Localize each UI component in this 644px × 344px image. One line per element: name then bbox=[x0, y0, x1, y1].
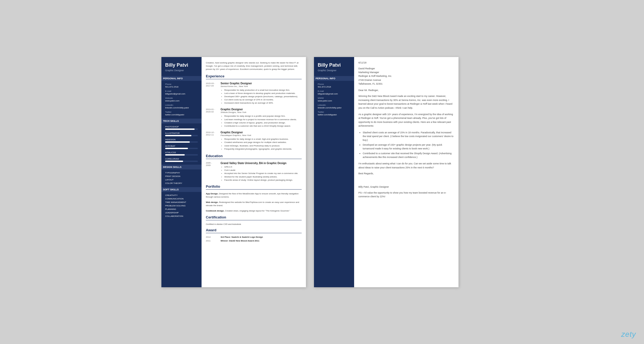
exp-bullet: Responsible for daily production of a sm… bbox=[224, 89, 302, 92]
cl-paragraph-1: Winning the D&D New Blood Award made an … bbox=[358, 94, 454, 110]
cl-closing: Best Regards, bbox=[358, 172, 454, 175]
exp-bullet: Created wireframes and page designs for … bbox=[224, 141, 302, 144]
award-name-1: 3rd Place: Saatchi & Saatchi Logo Design bbox=[221, 236, 263, 238]
cl-sidebar: Billy Patvi Graphic Designer Personal In… bbox=[314, 57, 354, 287]
exp-body-2: Graphic Designer Shibula Designs, New Yo… bbox=[221, 108, 302, 128]
cl-salutation: Dear Mr. Redinger, bbox=[358, 89, 454, 92]
exp-item-1: 2015-03 -2017-04 Senior Graphic Designer… bbox=[206, 82, 302, 105]
skill-htmlcss: HTML/CSS bbox=[165, 151, 198, 156]
skill-acrobat-bg bbox=[165, 148, 198, 149]
experience-section-title: Experience bbox=[206, 74, 302, 79]
skill-illustrator-bg bbox=[165, 135, 198, 136]
soft-skill-planning: PLANNING bbox=[165, 208, 198, 210]
edu-bullet: Cum Laude bbox=[224, 169, 302, 172]
exp-title-3: Graphic Designer bbox=[221, 131, 302, 134]
email-label: E-mail bbox=[165, 90, 198, 92]
page-wrapper: Billy Patvi Graphic Designer Personal In… bbox=[161, 57, 483, 287]
cl-paragraph-2: As a graphic designer with 10+ years of … bbox=[358, 112, 454, 128]
award-item-2: 2011 Winner: D&AD New Blood Award 2011 bbox=[206, 240, 302, 242]
certification-text: Certified in Adobe CS5 and Autodesk bbox=[206, 223, 302, 225]
soft-skill-creativity: CREATIVITY bbox=[165, 194, 198, 196]
soft-skill-problem: PROBLEM SOLVING bbox=[165, 205, 198, 207]
skill-photoshop-bg bbox=[165, 128, 198, 130]
skill-htmlcss-fill bbox=[165, 154, 185, 156]
cl-main: 6/11/18 David Redinger Marketing Manager… bbox=[354, 57, 459, 287]
exp-date-2: 2013-01 -2015-02 bbox=[206, 108, 221, 128]
skill-htmlcss-bg bbox=[165, 154, 198, 156]
soft-skill-communication: COMMUNICATION bbox=[165, 198, 198, 200]
skill-acrobat: ACROBAT bbox=[165, 145, 198, 149]
cl-bullet-list: Slashed client costs an average of 15% i… bbox=[358, 131, 454, 159]
twitter-value: twitter.com/billypatvi bbox=[165, 114, 198, 116]
cl-recipient-address: David Redinger Marketing Manager Redinge… bbox=[358, 67, 454, 86]
cover-letter-document: Billy Patvi Graphic Designer Personal In… bbox=[314, 57, 459, 287]
portfolio-item-3: Cookbook design. Created clean, engaging… bbox=[206, 209, 302, 213]
exp-item-3: 2010-10 -2012-11 Graphic Designer Passal… bbox=[206, 131, 302, 151]
exp-bullet: Developed 300+ graphic design projects (… bbox=[224, 95, 302, 98]
exp-bullet: Created a high volume of layout, graphic… bbox=[224, 121, 302, 124]
certification-section-title: Certification bbox=[206, 215, 302, 220]
skill-coreldraw-fill bbox=[165, 161, 183, 162]
cl-linkedin-label: LinkedIn bbox=[318, 104, 350, 106]
edu-date-1: 2005 -2009 bbox=[206, 162, 221, 182]
resume-sidebar: Billy Patvi Graphic Designer Personal In… bbox=[161, 57, 202, 287]
zety-brand: zety bbox=[621, 330, 636, 339]
resume-document: Billy Patvi Graphic Designer Personal In… bbox=[161, 57, 306, 287]
resume-summary: Creative, hard working graphic designer … bbox=[206, 61, 302, 71]
tech-skills-heading: Tech Skills bbox=[161, 119, 202, 123]
portfolio-text-1: App Design. Designed the flow of the Mea… bbox=[206, 192, 302, 199]
skill-indesign-label: INDESIGN bbox=[165, 138, 198, 141]
cl-twitter-label: Twitter bbox=[318, 111, 350, 113]
exp-title-2: Graphic Designer bbox=[221, 108, 302, 111]
skill-photoshop-label: PHOTOSHOP bbox=[165, 126, 198, 128]
skill-acrobat-label: ACROBAT bbox=[165, 145, 198, 147]
portfolio-section-title: Portfolio bbox=[206, 184, 302, 190]
cl-bullet-3: Contributed to a customer site that rece… bbox=[363, 152, 454, 159]
cl-linkedin-value: linkedin.com/in/billy-patvi bbox=[318, 107, 350, 109]
skill-acrobat-fill bbox=[165, 148, 188, 149]
portfolio-item-1: App Design. Designed the flow of the Mea… bbox=[206, 192, 302, 199]
exp-bullets-3: Responsible for daily design in a small,… bbox=[221, 138, 302, 150]
education-section-title: Education bbox=[206, 154, 302, 159]
resume-main: Creative, hard working graphic designer … bbox=[202, 57, 306, 287]
exp-body-3: Graphic Designer Passalaqua Graphics, Ne… bbox=[221, 131, 302, 151]
exp-item-2: 2013-01 -2015-02 Graphic Designer Shibul… bbox=[206, 108, 302, 128]
phone-label: Phone bbox=[165, 83, 198, 85]
exp-date-1: 2015-03 -2017-04 bbox=[206, 82, 221, 105]
edu-bullet: Accepted into the Senior Scholar Program… bbox=[224, 172, 302, 175]
edu-bullet: Worked for the student paper illustratin… bbox=[224, 175, 302, 178]
design-skill-print: PRINT DESIGN bbox=[165, 175, 198, 177]
cl-bullet-1: Slashed client costs an average of 15% i… bbox=[363, 131, 454, 142]
cl-job-title: Graphic Designer bbox=[318, 69, 350, 72]
cl-email-label: E-mail bbox=[318, 90, 350, 92]
design-skills-heading: Design Skills bbox=[161, 165, 202, 169]
website-value: www.patvi.com bbox=[165, 100, 198, 102]
exp-body-1: Senior Graphic Designer Senna Kenno Inc.… bbox=[221, 82, 302, 105]
edu-bullet: GPA 3.5 bbox=[224, 165, 302, 168]
cl-phone-label: Phone bbox=[318, 83, 350, 85]
skill-photoshop: PHOTOSHOP bbox=[165, 126, 198, 130]
cl-email-value: billypatvi@gmail.com bbox=[318, 93, 350, 95]
edu-item-1: 2005 -2009 Grand Valley State University… bbox=[206, 162, 302, 182]
exp-bullet: Cut client costs by an average of 15% in… bbox=[224, 98, 302, 101]
linkedin-label: LinkedIn bbox=[165, 104, 198, 106]
portfolio-text-2: Web design. Redesigned the website for B… bbox=[206, 201, 302, 207]
design-skill-typography: TYPOGRAPHY bbox=[165, 172, 198, 174]
design-skill-color: COLOR THEORY bbox=[165, 182, 198, 184]
exp-company-1: Senna Kenno Inc., New York bbox=[221, 85, 302, 88]
award-name-2: Winner: D&AD New Blood Award 2011 bbox=[221, 240, 259, 242]
website-label: Website bbox=[165, 97, 198, 99]
cl-ps: PS—I'd value the opportunity to show you… bbox=[358, 191, 454, 199]
skill-coreldraw-label: CORELDRAW bbox=[165, 158, 198, 160]
soft-skills-heading: Soft Skills bbox=[161, 187, 202, 192]
award-year-1: 2014 bbox=[206, 236, 221, 238]
linkedin-value: linkedin.com/in/billy-patvi bbox=[165, 107, 198, 109]
exp-company-3: Passalaqua Graphics, New York bbox=[221, 134, 302, 137]
award-item-1: 2014 3rd Place: Saatchi & Saatchi Logo D… bbox=[206, 236, 302, 238]
exp-bullets-1: Responsible for daily production of a sm… bbox=[221, 89, 302, 105]
edu-body-1: Grand Valley State University, BA in Gra… bbox=[221, 162, 302, 182]
cl-personal-info-heading: Personal Info bbox=[314, 76, 354, 81]
exp-bullets-2: Responsible for daily design in a prolif… bbox=[221, 115, 302, 127]
skill-illustrator-label: ILLUSTRATOR bbox=[165, 132, 198, 134]
exp-bullet: Led a team of three designers to develop… bbox=[224, 92, 302, 95]
